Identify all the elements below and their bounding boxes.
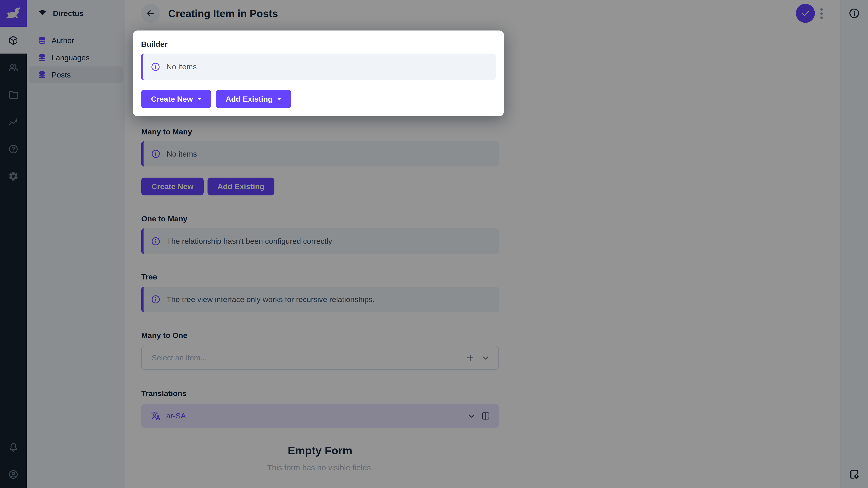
caret-down-icon [197,98,202,100]
info-circle-icon [151,62,160,72]
builder-drawer-card: Builder No items Create New Add Existing [133,31,504,116]
field-label-builder: Builder [141,39,496,48]
notice-builder: No items [141,54,496,80]
notice-text: No items [166,62,197,71]
directus-app: Directus Author Languages Posts [0,0,868,488]
builder-buttons-row: Create New Add Existing [141,90,496,108]
builder-add-existing-button[interactable]: Add Existing [216,90,291,108]
button-label: Add Existing [225,95,273,103]
caret-down-icon [277,98,281,100]
builder-create-new-button[interactable]: Create New [141,90,211,108]
button-label: Create New [151,95,193,103]
